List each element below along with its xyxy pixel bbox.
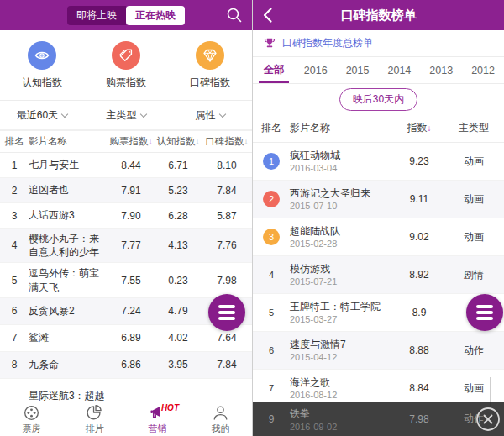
nav-label: 票房 xyxy=(23,423,41,435)
right-header-bar: 口碑指数榜单 xyxy=(253,0,504,30)
wom-score: 9.23 xyxy=(395,155,444,167)
column-title: 影片名称 xyxy=(290,121,395,135)
bottom-nav: 票房 排片 HOT 营销 我的 xyxy=(0,402,252,436)
genre: 动作 xyxy=(444,344,504,358)
column-genre: 主类型 xyxy=(444,121,504,135)
movie-title: 逗鸟外传：萌宝满天飞 xyxy=(29,263,108,297)
wom-score: 7.98 xyxy=(395,413,444,425)
tab-now-showing[interactable]: 正在热映 xyxy=(126,6,185,25)
close-icon xyxy=(475,406,501,433)
left-table-header: 排名 影片名称 购票指数↓ 认知指数↓ 口碑指数↓ xyxy=(0,131,252,153)
rank: 8 xyxy=(0,359,29,370)
column-cognition-index[interactable]: 认知指数↓ xyxy=(155,135,202,148)
wom-score: 9.02 xyxy=(395,231,444,243)
table-row[interactable]: 5 逗鸟外传：萌宝满天飞 7.55 0.23 7.98 xyxy=(0,263,252,297)
left-table-body: 1 七月与安生 8.44 6.71 8.10 2 追凶者也 7.91 5.23 … xyxy=(0,153,252,416)
cognition-index: 4.13 xyxy=(155,239,202,251)
back-button[interactable] xyxy=(260,6,278,24)
cognition-index: 6.71 xyxy=(155,160,202,171)
search-icon xyxy=(225,6,244,24)
release-date: 2015-03-27 xyxy=(290,314,395,324)
filter-label: 主类型 xyxy=(107,109,137,121)
movie-title: 模仿游戏 xyxy=(290,263,395,275)
close-button[interactable] xyxy=(475,406,501,433)
pill-row: 映后30天内 xyxy=(253,84,504,114)
wom-index: 8.10 xyxy=(202,160,252,171)
metric-cognition-index[interactable]: 认知指数 xyxy=(0,30,84,100)
right-table-header: 排名 影片名称 指数↓ 主类型 xyxy=(253,114,504,143)
quick-menu-fab[interactable] xyxy=(466,294,503,331)
wom-index: 7.76 xyxy=(202,239,252,251)
genre: 动画 xyxy=(444,192,504,207)
rank: 2 xyxy=(0,185,29,197)
release-date: 2015-04-12 xyxy=(290,352,395,362)
rank: 7 xyxy=(263,380,280,397)
table-row[interactable]: 4 樱桃小丸子：来自意大利的少年 7.77 4.13 7.76 xyxy=(0,229,252,263)
nav-scheduling[interactable]: 排片 xyxy=(63,402,126,436)
annual-ranking-link[interactable]: 口碑指数年度总榜单 xyxy=(253,30,504,57)
table-row[interactable]: 3 大话西游3 7.90 6.28 5.87 xyxy=(0,203,252,229)
year-tab-all[interactable]: 全部 xyxy=(253,57,295,83)
within-30-days-pill[interactable]: 映后30天内 xyxy=(339,88,417,111)
table-row[interactable]: 1 疯狂动物城2016-03-04 9.23 动画 xyxy=(253,143,504,181)
buy-index: 7.91 xyxy=(108,185,155,197)
metric-wom-index[interactable]: 口碑指数 xyxy=(168,30,252,100)
table-row[interactable]: 7 鲨滩 6.89 4.02 7.64 xyxy=(0,325,252,352)
table-row[interactable]: 2 追凶者也 7.91 5.23 7.84 xyxy=(0,178,252,203)
filter-genre[interactable]: 主类型 xyxy=(84,108,168,123)
nav-profile[interactable]: 我的 xyxy=(189,402,252,436)
filter-date-range[interactable]: 最近60天 xyxy=(0,108,84,123)
rank: 6 xyxy=(263,342,280,359)
column-wom-index[interactable]: 口碑指数↓ xyxy=(202,135,252,148)
column-rank: 排名 xyxy=(0,135,29,148)
release-date: 2015-07-10 xyxy=(290,201,395,211)
table-row[interactable]: 2 西游记之大圣归来2015-07-10 9.11 动画 xyxy=(253,181,504,218)
release-date: 2016-03-04 xyxy=(290,163,395,173)
filter-label: 属性 xyxy=(196,109,216,121)
movie-title: 反贪风暴2 xyxy=(29,301,108,321)
column-rank: 排名 xyxy=(253,121,290,135)
trophy-icon xyxy=(263,37,276,50)
cognition-index: 0.23 xyxy=(155,275,202,286)
metric-ticket-index[interactable]: 购票指数 xyxy=(84,30,168,100)
year-tab-2016[interactable]: 2016 xyxy=(295,57,337,83)
movie-title: 超能陆战队 xyxy=(290,225,395,237)
quick-menu-fab[interactable] xyxy=(208,294,245,331)
wom-score: 9.11 xyxy=(395,193,444,205)
table-row[interactable]: 1 七月与安生 8.44 6.71 8.10 xyxy=(0,153,252,178)
movie-title: 樱桃小丸子：来自意大利的少年 xyxy=(29,229,108,262)
movie-title: 铁拳 2016-09-02 xyxy=(290,407,395,432)
wom-score: 8.88 xyxy=(395,344,444,356)
nav-label: 我的 xyxy=(212,423,230,435)
table-row[interactable]: 3 超能陆战队2015-02-28 9.02 动画 xyxy=(253,218,504,256)
wom-score: 8.84 xyxy=(395,382,444,394)
column-buy-index[interactable]: 购票指数↓ xyxy=(108,135,155,148)
buy-index: 7.77 xyxy=(108,239,155,251)
wom-score: 8.9 xyxy=(395,307,444,318)
release-date: 2015-07-21 xyxy=(290,276,395,286)
genre: 动画 xyxy=(444,155,504,169)
release-date: 2016-08-12 xyxy=(290,390,395,400)
table-row[interactable]: 8 九条命 6.86 3.95 7.84 xyxy=(0,352,252,379)
wom-index: 5.87 xyxy=(202,210,252,222)
annual-link-label: 口碑指数年度总榜单 xyxy=(282,36,373,50)
column-score[interactable]: 指数↓ xyxy=(395,121,444,135)
nav-marketing[interactable]: HOT 营销 xyxy=(126,402,189,436)
panel-movie-index-list: 即将上映 正在热映 认知指数 购票指数 xyxy=(0,0,252,436)
year-tab-2015[interactable]: 2015 xyxy=(337,57,379,83)
tab-coming-soon[interactable]: 即将上映 xyxy=(67,6,126,25)
search-button[interactable] xyxy=(225,6,244,24)
year-tab-2012[interactable]: 2012 xyxy=(462,57,504,83)
nav-box-office[interactable]: 票房 xyxy=(0,402,63,436)
chevron-down-icon xyxy=(218,110,225,117)
genre: 剧情 xyxy=(444,268,504,282)
year-tab-2013[interactable]: 2013 xyxy=(420,57,462,83)
filter-attribute[interactable]: 属性 xyxy=(168,108,252,123)
table-row[interactable]: 6 速度与激情72015-04-12 8.88 动作 xyxy=(253,332,504,370)
movie-title: 速度与激情7 xyxy=(290,339,395,350)
table-row[interactable]: 4 模仿游戏2015-07-21 8.92 剧情 xyxy=(253,256,504,294)
sort-arrow-icon: ↓ xyxy=(244,137,249,146)
year-tab-2014[interactable]: 2014 xyxy=(378,57,420,83)
rank: 1 xyxy=(0,160,29,171)
app: 即将上映 正在热映 认知指数 购票指数 xyxy=(0,0,504,436)
